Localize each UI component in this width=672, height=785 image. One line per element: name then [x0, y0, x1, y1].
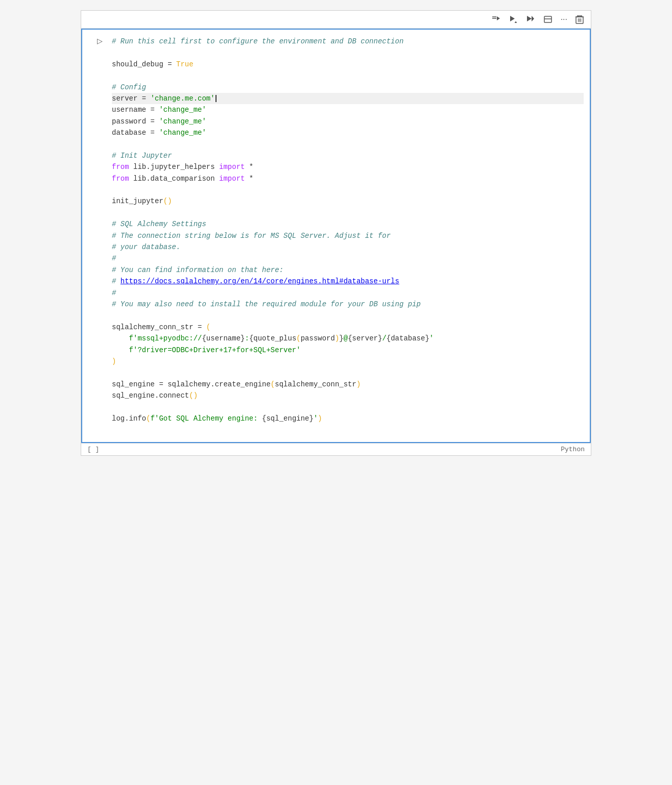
code-line-blank6	[112, 310, 584, 321]
code-line-sql3: # your database.	[112, 241, 584, 253]
code-cell: ▷ # Run this cell first to configure the…	[81, 29, 591, 443]
code-line-server: server = 'change.me.com'	[112, 93, 584, 104]
code-line-sql4: #	[112, 253, 584, 264]
code-line-blank8	[112, 402, 584, 413]
code-line-conn1: f'mssql+pyodbc://{username}:{quote_plus(…	[112, 333, 584, 344]
cell-toolbar: ···	[81, 11, 591, 29]
svg-marker-3	[510, 16, 515, 21]
code-line-import1: from lib.jupyter_helpers import *	[112, 161, 584, 173]
cell-execution-count: [ ]	[87, 446, 99, 453]
code-line-connect: sql_engine.connect()	[112, 390, 584, 401]
comment-text: # Run this cell first to configure the e…	[112, 37, 403, 45]
code-line-conn-assign: sqlalchemy_conn_str = (	[112, 322, 584, 333]
code-line-init-comment: # Init Jupyter	[112, 150, 584, 161]
code-line-blank4	[112, 184, 584, 195]
run-all-above-button[interactable]	[488, 13, 503, 26]
code-line-blank1	[112, 47, 584, 58]
svg-rect-6	[544, 16, 551, 22]
code-line-config-comment: # Config	[112, 82, 584, 93]
code-line-blank9	[112, 424, 584, 435]
code-line-sql1: # SQL Alchemy Settings	[112, 218, 584, 230]
code-line-sql6: # https://docs.sqlalchemy.org/en/14/core…	[112, 276, 584, 287]
code-line-database: database = 'change_me'	[112, 127, 584, 138]
code-line-import2: from lib.data_comparison import *	[112, 173, 584, 184]
code-line-blank3	[112, 139, 584, 150]
code-line-conn-close: )	[112, 356, 584, 367]
cursor	[215, 95, 217, 102]
code-line-sql7: #	[112, 287, 584, 299]
notebook-container: ··· ▷ # Run this cell first to configure…	[81, 10, 591, 456]
cell-bottom-bar: [ ] Python	[81, 443, 591, 455]
svg-marker-5	[532, 16, 534, 21]
delete-cell-button[interactable]	[572, 13, 587, 26]
run-cell-advance-button[interactable]	[506, 13, 521, 26]
code-line-init: init_jupyter()	[112, 195, 584, 207]
run-cell-button[interactable]: ▷	[96, 36, 104, 46]
code-line-engine: sql_engine = sqlalchemy.create_engine(sq…	[112, 379, 584, 390]
code-line-username: username = 'change_me'	[112, 104, 584, 115]
svg-marker-2	[497, 16, 500, 20]
code-line-debug: should_debug = True	[112, 59, 584, 70]
code-line-blank7	[112, 367, 584, 378]
toggle-output-button[interactable]	[540, 13, 556, 26]
svg-marker-4	[527, 16, 532, 21]
code-line-comment1: # Run this cell first to configure the e…	[112, 36, 584, 47]
more-options-button[interactable]: ···	[558, 13, 570, 26]
code-line-sql8: # You may also need to install the requi…	[112, 299, 584, 310]
code-line-blank2	[112, 70, 584, 81]
code-line-log: log.info(f'Got SQL Alchemy engine: {sql_…	[112, 413, 584, 424]
cell-code-area[interactable]: # Run this cell first to configure the e…	[108, 30, 590, 442]
cell-gutter: ▷	[82, 30, 108, 442]
code-line-password: password = 'change_me'	[112, 116, 584, 127]
code-line-sql5: # You can find information on that here:	[112, 264, 584, 276]
kernel-language: Python	[561, 446, 585, 453]
run-next-button[interactable]	[523, 13, 538, 26]
code-line-blank5	[112, 207, 584, 218]
code-line-conn2: f'?driver=ODBC+Driver+17+for+SQL+Server'	[112, 345, 584, 356]
code-line-sql2: # The connection string below is for MS …	[112, 230, 584, 241]
sqlalchemy-url[interactable]: https://docs.sqlalchemy.org/en/14/core/e…	[121, 277, 399, 285]
